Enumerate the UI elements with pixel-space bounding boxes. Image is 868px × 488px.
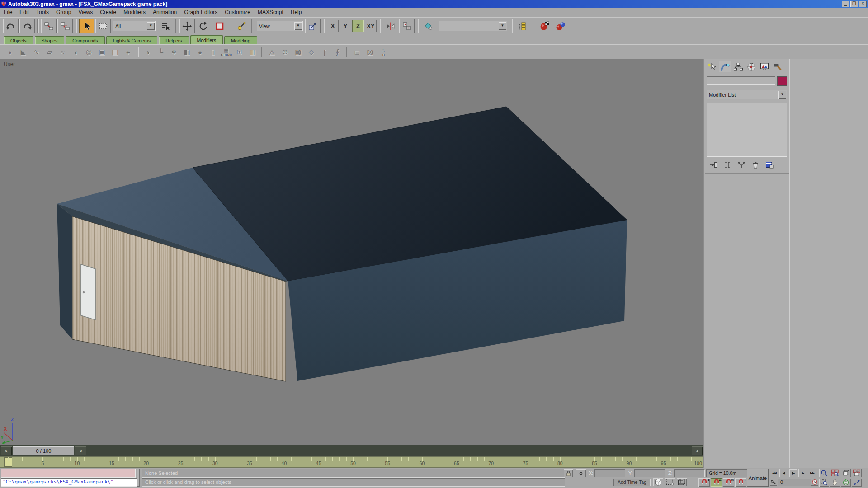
xform-gizmo-modifier-button[interactable]: + xyxy=(122,46,134,58)
panel-tab-display[interactable] xyxy=(758,61,771,72)
menu-group[interactable]: Group xyxy=(52,8,75,16)
min-max-toggle-button[interactable] xyxy=(852,479,862,487)
previous-frame-button[interactable]: ◀| xyxy=(779,469,788,477)
menu-tools[interactable]: Tools xyxy=(33,8,52,16)
absolute-offset-toggle[interactable] xyxy=(576,469,586,477)
selection-filter-dropdown[interactable]: All▼ xyxy=(113,21,156,31)
material-id-modifier-button[interactable]: ∴ID xyxy=(377,46,389,58)
z-coordinate-field[interactable] xyxy=(674,469,705,477)
material-modifier-button[interactable]: ▨ xyxy=(364,46,376,58)
align-button[interactable] xyxy=(399,19,415,33)
maxscript-listener-input[interactable] xyxy=(1,469,136,478)
pin-stack-button[interactable] xyxy=(708,160,719,169)
render-scene-button[interactable] xyxy=(537,19,552,33)
track-bar-ruler[interactable]: 5101520253035404550556065707580859095100 xyxy=(0,456,703,468)
relax-modifier-button[interactable]: ▤ xyxy=(109,46,121,58)
panel-tab-hierarchy[interactable] xyxy=(732,61,745,72)
panel-tab-create[interactable] xyxy=(706,61,718,72)
menu-views[interactable]: Views xyxy=(75,8,96,16)
tessellate-modifier-button[interactable]: ⊕ xyxy=(279,46,291,58)
wireframe-box-toggle[interactable] xyxy=(677,478,687,486)
rectangular-selection-region-button[interactable] xyxy=(95,19,111,33)
percent-snap-toggle[interactable]: % xyxy=(723,478,734,487)
tab-lights-cameras[interactable]: Lights & Cameras xyxy=(106,36,157,44)
tab-compounds[interactable]: Compounds xyxy=(66,36,105,44)
menu-graph-editors[interactable]: Graph Editors xyxy=(180,8,221,16)
track-scroll-right-button[interactable]: > xyxy=(692,446,703,455)
building-model[interactable] xyxy=(57,107,627,381)
redo-button[interactable] xyxy=(19,19,35,33)
ffd-lattice-modifier-button[interactable]: ⊞ xyxy=(233,46,245,58)
zoom-extents-button[interactable] xyxy=(841,469,851,477)
mirror-button[interactable] xyxy=(383,19,398,33)
select-and-scale-button[interactable] xyxy=(212,19,227,33)
select-and-manipulate-button[interactable] xyxy=(234,19,249,33)
axis-constraint-x[interactable]: X xyxy=(327,20,339,32)
select-object-button[interactable] xyxy=(79,19,94,33)
play-animation-button[interactable]: ▶ xyxy=(789,469,797,477)
remove-modifier-button[interactable] xyxy=(750,160,761,169)
chevron-down-icon[interactable]: ▼ xyxy=(147,22,155,30)
use-pivot-point-button[interactable] xyxy=(305,19,321,33)
lattice-modifier-button[interactable]: ▩ xyxy=(292,46,304,58)
x-coordinate-field[interactable] xyxy=(594,469,625,477)
bend-pipe-modifier-button[interactable]: └ xyxy=(155,46,167,58)
menu-file[interactable]: File xyxy=(0,8,16,16)
adaptive-degradation-toggle[interactable] xyxy=(653,478,663,486)
select-and-rotate-button[interactable] xyxy=(196,19,211,33)
scatter-modifier-button[interactable]: △ xyxy=(266,46,278,58)
edit-spline-modifier-button[interactable]: ∮ xyxy=(331,46,344,58)
object-color-swatch[interactable] xyxy=(777,76,787,86)
tab-shapes[interactable]: Shapes xyxy=(35,36,65,44)
noise-modifier-button[interactable]: ≈ xyxy=(57,46,69,58)
listener-splitter[interactable] xyxy=(137,469,140,487)
region-zoom-button[interactable] xyxy=(819,479,829,487)
trim-extend-modifier-button[interactable]: ▯ xyxy=(207,46,219,58)
menu-modifiers[interactable]: Modifiers xyxy=(120,8,149,16)
crossing-selection-toggle[interactable] xyxy=(665,478,675,486)
menu-customize[interactable]: Customize xyxy=(221,8,254,16)
snap-toggle-button[interactable] xyxy=(421,19,436,33)
tab-helpers[interactable]: Helpers xyxy=(159,36,189,44)
minimize-button[interactable]: _ xyxy=(842,1,849,7)
time-slider[interactable]: 0 / 100 xyxy=(13,446,74,455)
menu-help[interactable]: Help xyxy=(287,8,306,16)
reference-coordinate-system-dropdown[interactable]: View▼ xyxy=(257,21,303,31)
panel-tab-utilities[interactable] xyxy=(771,61,784,72)
menu-maxscript[interactable]: MAXScript xyxy=(254,8,287,16)
current-frame-field[interactable]: 0 xyxy=(778,479,812,486)
show-end-result-button[interactable] xyxy=(722,160,733,169)
menu-animation[interactable]: Animation xyxy=(149,8,180,16)
zoom-button[interactable] xyxy=(819,469,829,477)
snap-toggle-3d[interactable]: 3 xyxy=(698,478,710,487)
tab-modeling[interactable]: Modeling xyxy=(224,36,257,44)
xform-modifier-button[interactable]: ▦XFORM xyxy=(220,46,232,58)
title-bar[interactable]: Ψ Autobak303.gmax - gmax - [FSX_GMaxGame… xyxy=(0,0,868,8)
taper-modifier-button[interactable]: ◣ xyxy=(17,46,29,58)
axis-constraint-y[interactable]: Y xyxy=(340,20,351,32)
zoom-extents-all-button[interactable] xyxy=(852,469,862,477)
pan-button[interactable] xyxy=(830,479,840,487)
panel-tab-modify[interactable] xyxy=(719,61,731,72)
axis-constraint-z[interactable]: Z xyxy=(352,20,364,32)
melt-modifier-button[interactable]: ● xyxy=(194,46,206,58)
object-name-field[interactable] xyxy=(707,76,775,85)
time-configuration-button[interactable] xyxy=(811,479,818,486)
frame-back-button[interactable]: < xyxy=(1,446,12,455)
perspective-viewport[interactable]: Z X Y User xyxy=(0,59,703,445)
select-by-name-button[interactable] xyxy=(158,19,173,33)
spinner-snap-toggle[interactable]: ↕ xyxy=(735,478,746,487)
arc-rotate-button[interactable] xyxy=(841,479,851,487)
push-modifier-button[interactable]: ▣ xyxy=(96,46,108,58)
axis-constraint-xy[interactable]: XY xyxy=(365,20,377,32)
tab-modifiers[interactable]: Modifiers xyxy=(190,35,223,44)
modifier-list-dropdown[interactable]: Modifier List ▼ xyxy=(707,90,787,99)
bulge-modifier-button[interactable]: ◖ xyxy=(70,46,82,58)
bend-modifier-button[interactable]: ◗ xyxy=(4,46,16,58)
zoom-all-button[interactable] xyxy=(830,469,840,477)
angle-snap-toggle[interactable]: ∠ xyxy=(711,478,722,487)
chevron-down-icon[interactable]: ▼ xyxy=(778,91,786,99)
track-view-button[interactable] xyxy=(515,19,530,33)
configure-modifier-sets-button[interactable] xyxy=(764,160,775,169)
unlink-selection-button[interactable] xyxy=(57,19,73,33)
